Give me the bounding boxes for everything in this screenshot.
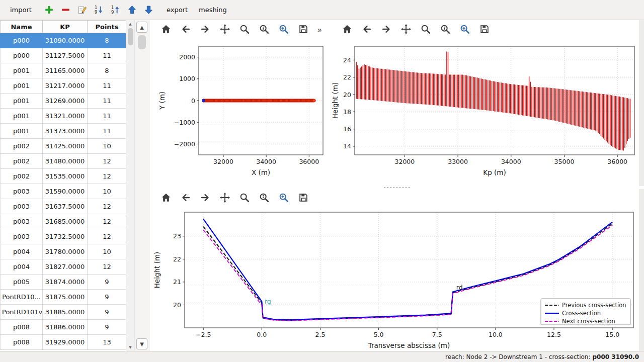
cell-kp: 31090.0000 — [43, 33, 88, 48]
home-button[interactable] — [157, 22, 175, 37]
pan-button[interactable] — [216, 190, 233, 205]
column-header-points[interactable]: Points — [88, 21, 127, 33]
table-row[interactable]: PontRD10...31875.00009 — [1, 290, 127, 305]
cell-kp: 31217.0000 — [43, 78, 88, 94]
cell-kp: 31590.0000 — [43, 184, 88, 199]
move-up-button[interactable] — [126, 4, 139, 17]
table-row[interactable]: p00331685.000012 — [1, 214, 127, 229]
longitudinal-profile-chart[interactable]: 3200033000340003500036000Kp (m)141618202… — [331, 38, 638, 184]
remove-button[interactable] — [59, 4, 72, 17]
annotation-rg: rg — [265, 298, 271, 305]
home-button[interactable] — [157, 190, 175, 205]
cell-kp: 31373.0000 — [43, 124, 88, 139]
sort-ascending-button[interactable]: 19 — [93, 4, 106, 17]
forward-button[interactable] — [197, 190, 214, 205]
svg-text:32000: 32000 — [213, 158, 233, 165]
forward-button[interactable] — [378, 22, 395, 37]
back-icon — [180, 24, 191, 35]
main-area: NameKPPoints p00031090.00008p00031127.50… — [0, 20, 644, 351]
table-row[interactable]: p00131269.000011 — [1, 94, 127, 109]
svg-text:23: 23 — [173, 232, 181, 240]
back-button[interactable] — [358, 22, 375, 37]
cell-name: p000 — [1, 33, 43, 48]
table-scroll-thumb[interactable] — [128, 28, 133, 45]
table-row[interactable]: p00531874.00009 — [1, 275, 127, 290]
table-row[interactable]: p00431780.000010 — [1, 244, 127, 259]
sections-panel: NameKPPoints p00031090.00008p00031127.50… — [0, 20, 149, 351]
table-scroll-up-button[interactable]: ▲ — [126, 20, 134, 28]
meshing-button[interactable]: meshing — [194, 4, 232, 16]
zoom-button[interactable] — [417, 22, 434, 37]
import-button[interactable]: import — [5, 4, 37, 16]
zoom-info-button[interactable] — [256, 190, 273, 205]
svg-text:2.5: 2.5 — [315, 331, 326, 338]
zoom-info-button[interactable] — [256, 22, 273, 37]
zoom-plus-button[interactable] — [456, 22, 473, 37]
table-row[interactable]: p00831929.000013 — [1, 335, 127, 350]
table-row[interactable]: p00431827.000012 — [1, 259, 127, 275]
profile-toolbar — [331, 20, 639, 38]
column-header-name[interactable]: Name — [1, 21, 43, 33]
table-row[interactable]: p00331732.500012 — [1, 229, 127, 244]
zoom-plus-button[interactable] — [275, 190, 292, 205]
table-row[interactable]: p00231480.000012 — [1, 154, 127, 169]
back-button[interactable] — [177, 190, 194, 205]
cell-kp: 31886.0000 — [43, 320, 88, 335]
zoom-plus-icon — [278, 192, 289, 203]
panel-scrollbar[interactable]: ▲ ▼ — [135, 20, 149, 351]
zoom-button[interactable] — [236, 22, 253, 37]
table-row[interactable]: p00131217.000011 — [1, 78, 127, 94]
right-dock-handle[interactable] — [639, 20, 644, 186]
sections-table[interactable]: NameKPPoints p00031090.00008p00031127.50… — [0, 20, 126, 351]
cross-section-chart[interactable]: −2.50.02.55.07.510.012.515.0Transverse a… — [149, 206, 638, 351]
pan-button[interactable] — [216, 22, 233, 37]
table-row[interactable]: p00231425.000010 — [1, 139, 127, 154]
home-button[interactable] — [339, 22, 356, 37]
svg-text:33000: 33000 — [448, 158, 468, 165]
zoom-button[interactable] — [236, 190, 253, 205]
cell-points: 9 — [88, 290, 127, 305]
sort-descending-icon: 19 — [111, 5, 120, 15]
move-down-button[interactable] — [142, 4, 155, 17]
pan-button[interactable] — [397, 22, 415, 37]
edit-button[interactable] — [76, 4, 89, 17]
forward-button[interactable] — [197, 22, 214, 37]
add-button[interactable] — [43, 4, 56, 17]
table-row[interactable]: p00331637.500012 — [1, 199, 127, 214]
toolbar-overflow-button[interactable]: » — [315, 25, 324, 34]
table-row[interactable]: p00131165.00008 — [1, 63, 127, 78]
table-row[interactable]: p00231535.000012 — [1, 169, 127, 184]
panel-scroll-thumb[interactable] — [138, 35, 146, 49]
table-row[interactable]: p00831886.00009 — [1, 320, 127, 335]
cell-points: 12 — [88, 199, 127, 214]
table-row[interactable]: PontRD101v31885.00009 — [1, 305, 127, 320]
svg-text:−1000: −1000 — [174, 119, 195, 126]
table-row[interactable]: p00131321.000011 — [1, 109, 127, 124]
panel-scroll-down-button[interactable]: ▼ — [136, 338, 147, 349]
table-row[interactable]: p00331590.000010 — [1, 184, 127, 199]
save-button[interactable] — [295, 190, 312, 205]
cell-points: 12 — [88, 154, 127, 169]
cell-name: p003 — [1, 229, 43, 244]
cell-kp: 31127.5000 — [43, 48, 88, 63]
svg-text:22: 22 — [343, 73, 351, 81]
zoom-plus-button[interactable] — [275, 22, 292, 37]
zoom-icon — [239, 24, 250, 35]
right-dock-handle[interactable] — [639, 189, 644, 351]
table-row[interactable]: p00031127.500011 — [1, 48, 127, 63]
table-row[interactable]: p00131373.000011 — [1, 124, 127, 139]
application-window: import 1919 export meshing NameKPPoints … — [0, 0, 644, 362]
export-button[interactable]: export — [162, 4, 193, 16]
table-scroll-track[interactable] — [126, 28, 134, 343]
panel-scroll-up-button[interactable]: ▲ — [136, 22, 147, 33]
save-button[interactable] — [295, 22, 312, 37]
save-button[interactable] — [476, 22, 493, 37]
table-row[interactable]: p00031090.00008 — [1, 33, 127, 48]
back-button[interactable] — [177, 22, 194, 37]
column-header-kp[interactable]: KP — [43, 21, 88, 33]
table-scrollbar[interactable]: ▲ ▼ — [126, 20, 135, 351]
zoom-info-button[interactable] — [437, 22, 454, 37]
plan-view-chart[interactable]: 320003400036000X (m)−2000−1000010002000Y… — [149, 38, 329, 184]
sort-descending-button[interactable]: 19 — [109, 4, 122, 17]
table-scroll-down-button[interactable]: ▼ — [126, 343, 134, 351]
